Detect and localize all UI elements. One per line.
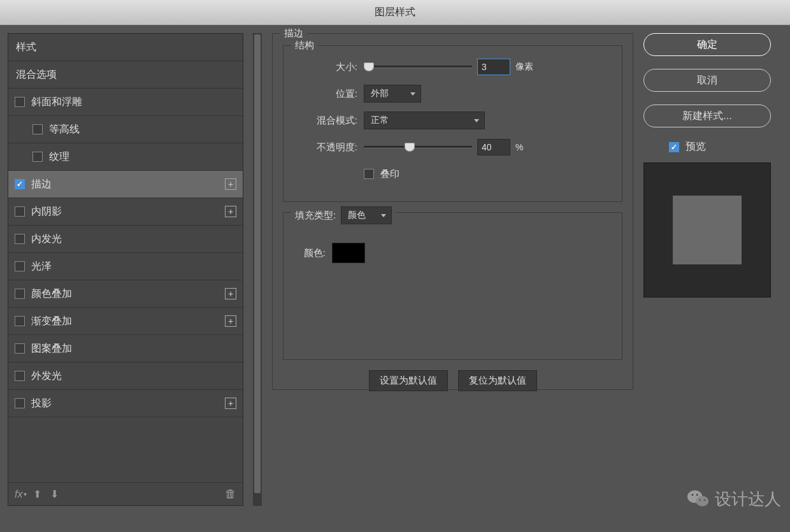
right-column: 确定 取消 新建样式... 预览 [643,25,790,532]
svg-point-3 [696,494,698,496]
color-swatch[interactable] [332,243,365,263]
cancel-button[interactable]: 取消 [643,69,771,92]
overprint-label: 叠印 [380,168,399,180]
opacity-unit: % [515,142,523,152]
checkbox-stroke[interactable] [15,179,25,189]
overprint-row: 叠印 [294,164,612,183]
sidebar-item-coloroverlay[interactable]: 颜色叠加 + [8,280,243,308]
sidebar-item-bevel[interactable]: 斜面和浮雕 [8,89,243,116]
size-label: 大小: [294,61,357,73]
window-title: 图层样式 [375,6,415,19]
checkbox-contour[interactable] [32,124,43,134]
checkbox-innershadow[interactable] [15,206,25,217]
svg-point-5 [704,500,705,501]
plus-icon[interactable]: + [225,288,236,299]
fill-type-dropdown[interactable]: 颜色 [341,206,392,224]
checkbox-satin[interactable] [15,261,25,271]
style-list: 样式 混合选项 斜面和浮雕 等高线 纹理 [8,34,243,482]
structure-subgroup: 结构 大小: 像素 位置: 外部 混合模式: [283,45,622,202]
sidebar-item-contour[interactable]: 等高线 [8,116,243,143]
new-style-button[interactable]: 新建样式... [643,104,771,127]
sidebar-footer: fx ▾ ⬆ ⬇ 🗑 [8,482,243,505]
set-default-button[interactable]: 设置为默认值 [369,370,448,391]
plus-icon[interactable]: + [225,178,236,190]
size-input[interactable] [477,59,510,75]
color-row: 颜色: [294,243,612,262]
plus-icon[interactable]: + [225,315,236,327]
preview-row: 预览 [643,140,781,154]
checkbox-coloroverlay[interactable] [15,289,25,299]
opacity-row: 不透明度: % [294,138,612,157]
size-row: 大小: 像素 [294,57,612,76]
sidebar-item-dropshadow[interactable]: 投影 + [8,390,243,417]
opacity-input[interactable] [477,139,510,155]
fill-subgroup: 填充类型: 颜色 颜色: [283,212,622,360]
color-label: 颜色: [294,247,326,259]
stroke-title: 描边 [280,27,307,40]
sidebar-item-texture[interactable]: 纹理 [8,143,243,171]
checkbox-gradientoverlay[interactable] [15,316,25,326]
sidebar-header-styles[interactable]: 样式 [8,34,243,61]
plus-icon[interactable]: + [225,398,236,409]
main-area: 样式 混合选项 斜面和浮雕 等高线 纹理 [0,25,790,532]
svg-point-1 [696,496,708,507]
opacity-slider[interactable] [364,146,472,148]
watermark: 设计达人 [687,487,781,510]
size-unit: 像素 [515,61,533,73]
blend-label: 混合模式: [294,115,357,127]
watermark-text: 设计达人 [715,488,781,510]
position-dropdown[interactable]: 外部 [364,85,421,103]
checkbox-overprint[interactable] [364,169,374,179]
blend-dropdown[interactable]: 正常 [364,111,485,129]
sidebar-scrollbar[interactable] [253,33,262,506]
sidebar-item-innershadow[interactable]: 内阴影 + [8,198,243,226]
fx-menu[interactable]: fx [15,489,22,500]
checkbox-patternoverlay[interactable] [15,343,25,354]
preview-inner [673,196,742,264]
plus-icon[interactable]: + [225,206,236,217]
sidebar-item-patternoverlay[interactable]: 图案叠加 [8,335,243,363]
position-label: 位置: [294,88,357,100]
sidebar-item-innerglow[interactable]: 内发光 [8,226,243,253]
sidebar-item-satin[interactable]: 光泽 [8,253,243,280]
trash-icon[interactable]: 🗑 [225,487,236,501]
svg-point-2 [692,494,694,496]
sidebar-blend-options[interactable]: 混合选项 [8,61,243,89]
styles-sidebar: 样式 混合选项 斜面和浮雕 等高线 纹理 [8,33,243,506]
reset-default-button[interactable]: 复位为默认值 [458,370,537,391]
preview-box [643,162,771,298]
wechat-icon [687,487,710,510]
sidebar-column: 样式 混合选项 斜面和浮雕 等高线 纹理 [0,25,252,532]
blend-row: 混合模式: 正常 [294,111,612,130]
arrow-up-icon[interactable]: ⬆ [33,488,41,500]
default-buttons-row: 设置为默认值 复位为默认值 [283,370,622,391]
sidebar-item-gradientoverlay[interactable]: 渐变叠加 + [8,308,243,335]
checkbox-texture[interactable] [32,152,43,162]
sidebar-item-stroke[interactable]: 描边 + [8,171,243,198]
sidebar-item-outerglow[interactable]: 外发光 [8,363,243,390]
preview-label: 预览 [686,140,706,154]
window-titlebar: 图层样式 [0,0,790,25]
settings-panel: 描边 结构 大小: 像素 位置: 外部 [262,25,643,532]
checkbox-preview[interactable] [669,142,679,152]
position-row: 位置: 外部 [294,84,612,103]
slider-thumb-icon[interactable] [364,62,374,71]
checkbox-outerglow[interactable] [15,371,25,381]
checkbox-innerglow[interactable] [15,234,25,244]
checkbox-bevel[interactable] [15,97,25,107]
svg-point-4 [700,500,701,501]
size-slider[interactable] [364,66,472,68]
opacity-label: 不透明度: [294,141,357,154]
checkbox-dropshadow[interactable] [15,398,25,408]
slider-thumb-icon[interactable] [405,143,415,152]
ok-button[interactable]: 确定 [643,33,771,56]
arrow-down-icon[interactable]: ⬇ [50,488,59,500]
fill-type-title: 填充类型: 颜色 [291,206,396,224]
stroke-group: 描边 结构 大小: 像素 位置: 外部 [272,33,633,390]
structure-title: 结构 [291,40,318,52]
